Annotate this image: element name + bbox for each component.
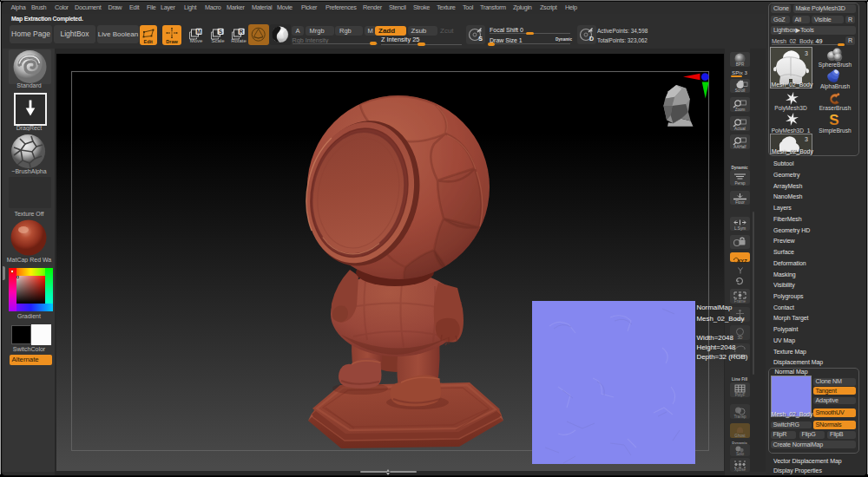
svg-text:S: S [218, 28, 222, 34]
svg-text:3: 3 [805, 49, 808, 56]
svg-text:Frame: Frame [733, 299, 746, 304]
svg-text:3: 3 [805, 136, 808, 142]
svg-text:Move: Move [189, 38, 202, 43]
svg-text:PolyF: PolyF [734, 393, 745, 397]
svg-text:L.Sym: L.Sym [733, 225, 745, 230]
svg-text:3D: 3D [737, 336, 743, 340]
svg-text:S: S [829, 112, 838, 127]
svg-text:Zoom: Zoom [734, 108, 745, 112]
svg-text:Rotate: Rotate [231, 38, 247, 43]
svg-text:Persp: Persp [734, 180, 745, 185]
svg-text:D: D [589, 36, 594, 42]
svg-text:R: R [240, 28, 244, 34]
svg-text:Ghost: Ghost [734, 434, 746, 438]
svg-text:BPR: BPR [735, 62, 744, 67]
svg-text:XYZ: XYZ [737, 258, 747, 264]
svg-text:Solo: Solo [735, 452, 744, 456]
svg-text:Scale: Scale [211, 38, 225, 43]
svg-text:Actual: Actual [734, 127, 746, 131]
svg-text:Draw: Draw [166, 39, 178, 44]
svg-text:Transp: Transp [733, 414, 746, 418]
svg-text:Scroll: Scroll [734, 88, 745, 93]
svg-text:S: S [478, 36, 483, 42]
svg-text:Edit: Edit [144, 39, 154, 44]
svg-text:Xpose: Xpose [733, 467, 745, 472]
svg-text:M: M [196, 28, 201, 34]
svg-text:Floor: Floor [735, 200, 745, 205]
svg-text:AAHalf: AAHalf [733, 145, 746, 149]
